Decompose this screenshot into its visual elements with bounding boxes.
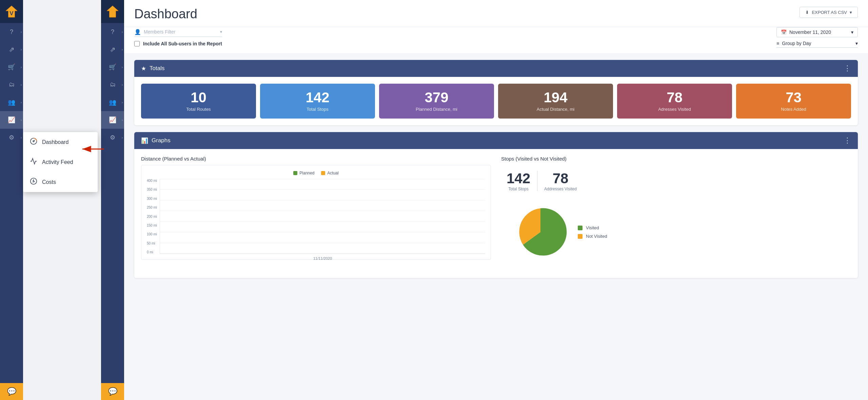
submenu-dashboard-label: Dashboard xyxy=(42,139,68,145)
stat-divider xyxy=(537,171,537,191)
filter-right: 📅 November 11, 2020 ▾ ≡ Group by Day ▾ xyxy=(776,27,858,48)
total-card-2: 379 Planned Distance, mi xyxy=(379,84,494,119)
bar-x-label: 11/11/2020 xyxy=(313,256,332,260)
export-csv-button[interactable]: ⬇ EXPORT AS CSV ▾ xyxy=(800,7,858,18)
grid-lines xyxy=(160,179,485,254)
bar-chart-container: Distance (Planned vs Actual) Planned Act… xyxy=(141,156,491,271)
person-icon: 👤 xyxy=(134,29,141,35)
not-visited-label: Not Visited xyxy=(586,234,607,239)
members-filter-arrow: ▾ xyxy=(220,29,222,34)
visited-dot xyxy=(578,226,583,230)
submenu-item-costs[interactable]: $ Costs xyxy=(23,172,98,192)
total-card-0: 10 Total Routes xyxy=(141,84,256,119)
submenu-activity-label: Activity Feed xyxy=(42,159,73,165)
total-label-5: Notes Added xyxy=(781,107,806,112)
y-axis: 0 mi 50 mi 100 mi 150 mi 200 mi 250 mi 3… xyxy=(147,179,160,254)
bar-chart-title: Distance (Planned vs Actual) xyxy=(141,156,491,162)
chat-button[interactable]: 💬 xyxy=(0,383,23,400)
arrow-indicator xyxy=(78,142,108,157)
totals-title: ★ Totals xyxy=(141,65,164,72)
submenu-popup: Dashboard Activity Feed $ Costs xyxy=(23,132,98,192)
subusers-checkbox[interactable] xyxy=(134,41,140,46)
download-icon: ⬇ xyxy=(805,10,809,15)
total-stops-stat: 142 Total Stops xyxy=(507,170,530,191)
total-label-0: Total Routes xyxy=(186,107,211,112)
group-filter[interactable]: ≡ Group by Day ▾ xyxy=(776,41,858,48)
second-routes[interactable]: ⇗› xyxy=(101,41,124,58)
second-analytics[interactable]: 📈› xyxy=(101,111,124,129)
graphs-header: 📊 Graphs ⋮ xyxy=(134,132,858,149)
activity-icon xyxy=(30,157,37,167)
second-chat-icon: 💬 xyxy=(108,387,117,396)
second-team[interactable]: 👥› xyxy=(101,93,124,111)
main-header: Dashboard ⬇ EXPORT AS CSV ▾ xyxy=(124,0,868,27)
pie-legend: Visited Not Visited xyxy=(578,225,607,239)
svg-text:$: $ xyxy=(32,180,34,183)
sidebar-item-help[interactable]: ?› xyxy=(0,23,23,41)
sidebar-item-dispatch[interactable]: 🗂› xyxy=(0,76,23,93)
submenu-costs-label: Costs xyxy=(42,179,56,185)
dashboard-icon xyxy=(30,138,37,147)
pie-svg xyxy=(513,205,568,259)
actual-dot xyxy=(321,171,325,175)
sidebar-narrow: V ?› ⇗› 🛒› 🗂› 👥› 📈› ⚙› 💬 xyxy=(0,0,23,400)
actual-label: Actual xyxy=(327,171,338,175)
pie-chart-container: Stops (Visited vs Not Visited) 142 Total… xyxy=(501,156,851,271)
date-filter[interactable]: 📅 November 11, 2020 ▾ xyxy=(776,27,858,37)
pie-chart-title: Stops (Visited vs Not Visited) xyxy=(501,156,851,162)
total-num-1: 142 xyxy=(305,90,329,105)
totals-header: ★ Totals ⋮ xyxy=(134,60,858,77)
visited-label: Visited xyxy=(586,225,599,230)
costs-icon: $ xyxy=(30,177,37,187)
total-num-2: 379 xyxy=(425,90,448,105)
legend-planned: Planned xyxy=(293,171,314,175)
svg-marker-8 xyxy=(107,6,118,17)
date-filter-arrow: ▾ xyxy=(851,29,853,35)
graphs-title: 📊 Graphs xyxy=(141,137,171,144)
total-num-5: 73 xyxy=(786,90,802,105)
pie-legend-visited: Visited xyxy=(578,225,607,230)
group-filter-arrow: ▾ xyxy=(855,41,858,46)
total-card-4: 78 Adresses Visited xyxy=(617,84,732,119)
sidebar-item-team[interactable]: 👥› xyxy=(0,93,23,111)
sidebar-item-routes[interactable]: ⇗› xyxy=(0,41,23,58)
second-app-logo xyxy=(101,0,124,23)
pie-legend-not-visited: Not Visited xyxy=(578,234,607,239)
planned-dot xyxy=(293,171,297,175)
second-dispatch[interactable]: 🗂› xyxy=(101,76,124,93)
sidebar-item-analytics[interactable]: 📈› xyxy=(0,111,23,129)
app-logo: V xyxy=(0,0,23,23)
legend-actual: Actual xyxy=(321,171,338,175)
svg-text:V: V xyxy=(9,10,14,17)
sidebar-item-cart[interactable]: 🛒› xyxy=(0,58,23,76)
chevron-down-icon: ▾ xyxy=(850,10,852,15)
bar-chart: Planned Actual 0 mi 50 mi 100 mi xyxy=(141,165,491,260)
sidebar-second: ?› ⇗› 🛒› 🗂› 👥› 📈› ⚙› 💬 xyxy=(101,0,124,400)
chat-icon: 💬 xyxy=(7,387,16,396)
total-num-4: 78 xyxy=(667,90,683,105)
members-filter[interactable]: 👤 Members Filter ▾ xyxy=(134,29,222,37)
bars-area: 11/11/2020 xyxy=(160,179,485,254)
group-icon: ≡ xyxy=(776,41,779,46)
bar-chart-icon: 📊 xyxy=(141,137,148,144)
content-area: ★ Totals ⋮ 10 Total Routes 142 Total Sto… xyxy=(124,53,868,285)
second-cart[interactable]: 🛒› xyxy=(101,58,124,76)
totals-more-button[interactable]: ⋮ xyxy=(844,64,851,73)
sidebar-item-settings[interactable]: ⚙› xyxy=(0,129,23,146)
total-num-3: 194 xyxy=(544,90,567,105)
totals-section: ★ Totals ⋮ 10 Total Routes 142 Total Sto… xyxy=(134,60,858,125)
filter-left: 👤 Members Filter ▾ Include All Sub-users… xyxy=(134,29,222,46)
calendar-icon: 📅 xyxy=(781,29,787,35)
stops-stats: 142 Total Stops 78 Addresses Visited xyxy=(507,170,846,191)
second-help[interactable]: ?› xyxy=(101,23,124,41)
total-label-3: Actual Distance, mi xyxy=(537,107,574,112)
pie-chart-content: 142 Total Stops 78 Addresses Visited xyxy=(501,165,851,271)
total-card-1: 142 Total Stops xyxy=(260,84,375,119)
graphs-more-button[interactable]: ⋮ xyxy=(844,136,851,145)
filters-bar: 👤 Members Filter ▾ Include All Sub-users… xyxy=(124,27,868,53)
subusers-checkbox-label[interactable]: Include All Sub-users in the Report xyxy=(134,41,222,46)
main-content: Dashboard ⬇ EXPORT AS CSV ▾ 👤 Members Fi… xyxy=(124,0,868,400)
addresses-visited-label: Addresses Visited xyxy=(544,187,577,191)
star-icon: ★ xyxy=(141,65,146,72)
second-chat-button[interactable]: 💬 xyxy=(101,383,124,400)
